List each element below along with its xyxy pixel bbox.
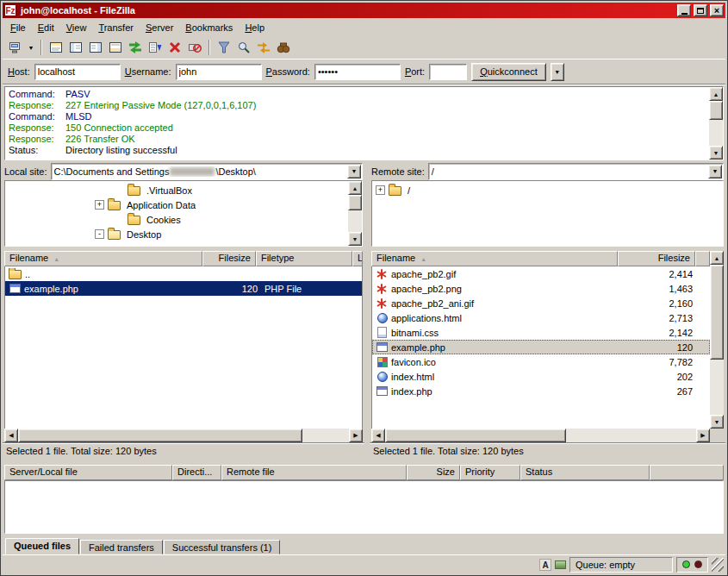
menu-help[interactable]: Help [239, 20, 271, 35]
queue-status-text: Queue: empty [576, 560, 635, 570]
scroll-left-icon[interactable] [371, 429, 385, 442]
scroll-down-icon[interactable] [348, 232, 362, 246]
toggle-local-tree-button[interactable] [66, 38, 85, 57]
file-row[interactable]: index.php267 [372, 384, 710, 398]
header-filename[interactable]: Filename [4, 251, 202, 266]
synchronized-browsing-button[interactable] [254, 38, 273, 57]
process-queue-button[interactable] [146, 38, 165, 57]
local-tree-scrollbar[interactable] [348, 181, 362, 246]
maximize-button[interactable] [694, 4, 707, 16]
disconnect-button[interactable] [185, 38, 204, 57]
tree-item-root[interactable]: +/ [372, 183, 723, 197]
tree-item-cookies[interactable]: Cookies [5, 212, 348, 227]
remote-list-hscrollbar[interactable] [371, 429, 710, 442]
quickconnect-button[interactable]: Quickconnect [471, 63, 546, 81]
filter-button[interactable] [215, 38, 233, 57]
tree-expander-icon[interactable]: - [95, 229, 104, 239]
menu-file[interactable]: File [4, 20, 32, 35]
queue-header-status[interactable]: Status [520, 465, 650, 480]
find-files-button[interactable] [274, 38, 293, 57]
host-input[interactable] [34, 64, 121, 80]
close-button[interactable]: × [710, 4, 724, 16]
toggle-remote-tree-button[interactable] [86, 38, 105, 57]
tree-item-desktop[interactable]: -Desktop [5, 227, 348, 241]
title-bar[interactable]: Fz john@localhost - FileZilla × [3, 3, 725, 18]
tab-queued-files[interactable]: Queued files [5, 538, 79, 554]
queue-header-direction[interactable]: Directi... [172, 465, 221, 480]
tree-item-virtualbox[interactable]: .VirtualBox [5, 183, 348, 197]
file-row-parent-dir[interactable]: .. [5, 266, 362, 281]
header-filesize[interactable]: Filesize [618, 251, 695, 266]
tree-expander-icon[interactable]: + [95, 200, 104, 210]
menu-view[interactable]: View [60, 20, 93, 35]
file-row[interactable]: apache_pb2.png1,463 [372, 281, 710, 296]
queue-body[interactable] [4, 480, 724, 534]
quickconnect-dropdown-button[interactable] [551, 63, 564, 81]
username-input[interactable] [176, 64, 262, 80]
local-site-combo[interactable]: C:\Documents and Settings\Desktop\ [51, 163, 363, 180]
scroll-left-icon[interactable] [4, 429, 18, 442]
refresh-button[interactable] [126, 38, 145, 57]
queue-header-priority[interactable]: Priority [460, 465, 520, 480]
file-row[interactable]: index.html202 [372, 369, 710, 384]
resize-grip[interactable] [712, 558, 724, 572]
tab-successful-transfers[interactable]: Successful transfers (1) [164, 540, 281, 554]
cancel-button[interactable] [165, 38, 184, 57]
scrollbar-thumb[interactable] [385, 429, 566, 442]
scrollbar-track[interactable] [348, 210, 362, 232]
menu-edit[interactable]: Edit [32, 20, 60, 35]
toggle-message-log-button[interactable] [47, 38, 65, 57]
file-row-example-php[interactable]: example.php 120 PHP File 1 [5, 281, 362, 296]
scrollbar-thumb[interactable] [709, 101, 723, 120]
menu-transfer[interactable]: Transfer [92, 20, 140, 35]
queue-splitter[interactable] [3, 458, 725, 465]
scroll-down-icon[interactable] [710, 415, 724, 429]
queue-header-local-file[interactable]: Server/Local file [4, 465, 172, 480]
file-row[interactable]: bitnami.css2,142 [372, 325, 710, 340]
port-input[interactable] [429, 64, 467, 80]
queue-header-remote-file[interactable]: Remote file [221, 465, 407, 480]
file-row[interactable]: favicon.ico7,782 [372, 354, 710, 369]
queue-header-size[interactable]: Size [407, 465, 460, 480]
tree-item-application-data[interactable]: +Application Data [5, 197, 348, 212]
site-manager-dropdown-button[interactable] [26, 38, 36, 57]
combo-dropdown-icon[interactable] [347, 165, 361, 178]
scroll-up-icon[interactable] [709, 87, 723, 101]
password-input[interactable] [314, 64, 401, 80]
file-row[interactable]: applications.html2,713 [372, 310, 710, 325]
scroll-right-icon[interactable] [349, 429, 363, 442]
scroll-up-icon[interactable] [348, 181, 362, 195]
scroll-down-icon[interactable] [709, 146, 723, 160]
scrollbar-track[interactable] [709, 120, 723, 146]
tab-failed-transfers[interactable]: Failed transfers [80, 540, 163, 554]
keypad-indicator-icon[interactable] [555, 560, 566, 569]
tree-expander-icon[interactable]: + [376, 185, 385, 195]
remote-list-vscrollbar[interactable] [710, 251, 724, 429]
header-filesize[interactable]: Filesize [202, 251, 256, 266]
scrollbar-track[interactable] [566, 429, 696, 442]
file-row[interactable]: apache_pb2_ani.gif2,160 [372, 296, 710, 310]
log-scrollbar[interactable] [709, 87, 723, 160]
minimize-button[interactable] [677, 4, 691, 16]
local-list-hscrollbar[interactable] [4, 429, 363, 442]
scroll-up-icon[interactable] [710, 251, 724, 265]
scrollbar-thumb[interactable] [18, 429, 302, 442]
file-row[interactable]: apache_pb2.gif2,414 [372, 266, 710, 281]
menu-bookmarks[interactable]: Bookmarks [179, 20, 239, 35]
combo-dropdown-icon[interactable] [708, 165, 722, 178]
scrollbar-thumb[interactable] [348, 195, 362, 210]
menu-server[interactable]: Server [140, 20, 179, 35]
datatype-indicator-icon[interactable] [539, 559, 551, 571]
header-lastmodified[interactable]: L [352, 251, 363, 266]
scrollbar-track[interactable] [302, 429, 349, 442]
header-filename[interactable]: Filename [371, 251, 618, 266]
file-row-selected[interactable]: example.php120 [372, 340, 710, 354]
remote-site-combo[interactable]: / [428, 163, 724, 180]
scrollbar-track[interactable] [710, 360, 724, 415]
toggle-transfer-queue-button[interactable] [106, 38, 125, 57]
site-manager-button[interactable] [6, 38, 25, 57]
scrollbar-thumb[interactable] [710, 265, 724, 360]
scroll-right-icon[interactable] [696, 429, 710, 442]
directory-comparison-button[interactable] [234, 38, 253, 57]
header-filetype[interactable]: Filetype [256, 251, 352, 266]
